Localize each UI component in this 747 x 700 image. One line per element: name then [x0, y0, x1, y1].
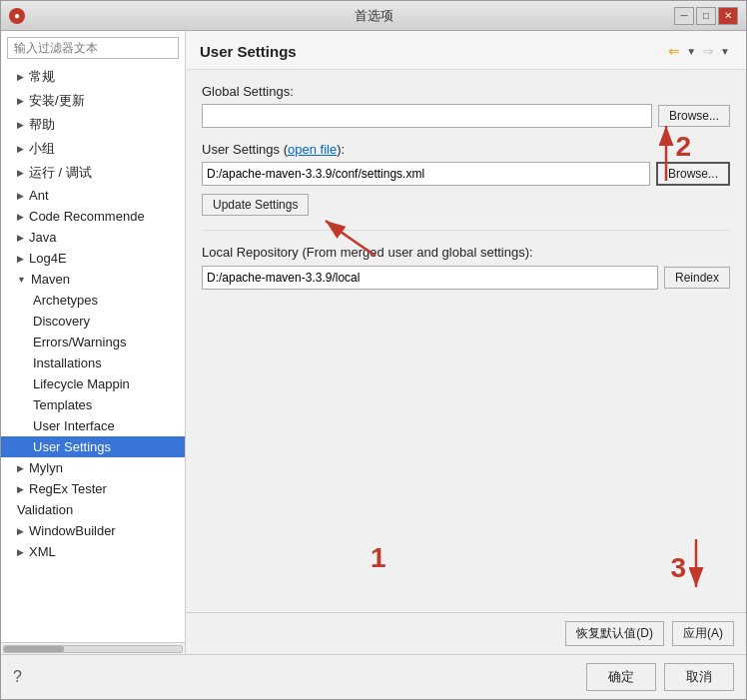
sidebar-item-userinterface[interactable]: User Interface — [1, 415, 185, 436]
sidebar-item-label: Installations — [33, 355, 102, 370]
preferences-window: ● 首选项 ─ □ ✕ ▶ 常规 ▶ 安装/更新 — [0, 0, 747, 700]
reindex-button[interactable]: Reindex — [664, 267, 730, 289]
sidebar-item-usersettings[interactable]: User Settings — [1, 436, 185, 457]
sidebar-item-label: Discovery — [33, 314, 90, 329]
footer-buttons: 确定 取消 — [586, 663, 734, 691]
page-title: User Settings — [200, 43, 297, 60]
sidebar-item-run[interactable]: ▶ 运行 / 调试 — [1, 161, 185, 185]
user-settings-label: User Settings (open file): — [202, 142, 730, 157]
nav-arrows: ⇐ ▼ ⇒ ▼ — [666, 41, 732, 61]
user-browse-button[interactable]: Browse... — [656, 162, 730, 186]
expand-arrow: ▶ — [17, 191, 24, 201]
expand-arrow: ▶ — [17, 120, 24, 130]
sidebar-item-label: XML — [29, 544, 56, 559]
footer-bar: ? 确定 取消 — [1, 654, 746, 699]
titlebar: ● 首选项 ─ □ ✕ — [1, 1, 746, 31]
sidebar-item-windowbuilder[interactable]: ▶ WindowBuilder — [1, 520, 185, 541]
sidebar-item-templates[interactable]: Templates — [1, 394, 185, 415]
content-body: Global Settings: Browse... User Settings… — [186, 70, 746, 612]
global-settings-section: Global Settings: Browse... — [202, 84, 730, 128]
content-header: User Settings ⇐ ▼ ⇒ ▼ — [186, 31, 746, 70]
sidebar-item-label: 常规 — [29, 68, 55, 86]
sidebar-item-help[interactable]: ▶ 帮助 — [1, 113, 185, 137]
global-browse-button[interactable]: Browse... — [658, 105, 730, 127]
expand-arrow: ▶ — [17, 526, 24, 536]
sidebar-item-validation[interactable]: Validation — [1, 499, 185, 520]
forward-dropdown[interactable]: ▼ — [718, 44, 732, 59]
local-repo-label: Local Repository (From merged user and g… — [202, 245, 730, 260]
update-settings-button[interactable]: Update Settings — [202, 194, 309, 216]
apply-button[interactable]: 应用(A) — [672, 621, 734, 646]
forward-button[interactable]: ⇒ — [700, 41, 716, 61]
expand-arrow: ▶ — [17, 72, 24, 82]
sidebar-item-mylyn[interactable]: ▶ Mylyn — [1, 457, 185, 478]
back-dropdown[interactable]: ▼ — [684, 44, 698, 59]
global-settings-label: Global Settings: — [202, 84, 730, 99]
sidebar-item-team[interactable]: ▶ 小组 — [1, 137, 185, 161]
sidebar-item-label: Maven — [31, 272, 70, 287]
back-button[interactable]: ⇐ — [666, 41, 682, 61]
expand-arrow: ▶ — [17, 254, 24, 264]
sidebar-item-general[interactable]: ▶ 常规 — [1, 65, 185, 89]
open-file-link[interactable]: open file — [288, 142, 337, 157]
sidebar-item-label: Java — [29, 230, 56, 245]
sidebar-item-discovery[interactable]: Discovery — [1, 311, 185, 332]
user-settings-label-text: User Settings ( — [202, 142, 288, 157]
user-settings-section: User Settings (open file): Browse... Upd… — [202, 142, 730, 216]
titlebar-buttons: ─ □ ✕ — [674, 7, 738, 25]
sidebar-item-label: User Interface — [33, 418, 115, 433]
maximize-button[interactable]: □ — [696, 7, 716, 25]
cancel-button[interactable]: 取消 — [664, 663, 734, 691]
sidebar-item-label: 安装/更新 — [29, 92, 85, 110]
sidebar-item-label: 帮助 — [29, 116, 55, 134]
expand-arrow: ▶ — [17, 463, 24, 473]
sidebar-item-label: Archetypes — [33, 293, 98, 308]
sidebar-item-label: Code Recommende — [29, 209, 145, 224]
expand-arrow: ▶ — [17, 96, 24, 106]
restore-defaults-button[interactable]: 恢复默认值(D) — [565, 621, 664, 646]
sidebar-item-label: Errors/Warnings — [33, 335, 126, 350]
sidebar-item-installations[interactable]: Installations — [1, 352, 185, 373]
sidebar-item-ant[interactable]: ▶ Ant — [1, 185, 185, 206]
sidebar-item-label: Lifecycle Mappin — [33, 376, 130, 391]
ok-button[interactable]: 确定 — [586, 663, 656, 691]
sidebar-item-label: RegEx Tester — [29, 481, 107, 496]
scrollbar-track — [3, 645, 183, 653]
sidebar-item-archetypes[interactable]: Archetypes — [1, 290, 185, 311]
expand-arrow: ▶ — [17, 484, 24, 494]
divider — [202, 230, 730, 231]
sidebar-item-log4e[interactable]: ▶ Log4E — [1, 248, 185, 269]
close-button[interactable]: ✕ — [718, 7, 738, 25]
horizontal-scrollbar[interactable] — [1, 642, 185, 654]
window-title: 首选项 — [355, 7, 393, 25]
expand-arrow: ▶ — [17, 547, 24, 557]
local-repo-row: Reindex — [202, 266, 730, 290]
sidebar-item-label: Validation — [17, 502, 73, 517]
sidebar-item-maven[interactable]: ▼ Maven — [1, 269, 185, 290]
sidebar-item-label: Log4E — [29, 251, 67, 266]
sidebar-item-label: Templates — [33, 397, 92, 412]
eclipse-icon: ● — [9, 8, 25, 24]
user-settings-input[interactable] — [202, 162, 650, 186]
sidebar-item-label: 运行 / 调试 — [29, 164, 92, 182]
sidebar-item-lifecycle[interactable]: Lifecycle Mappin — [1, 373, 185, 394]
sidebar-item-install[interactable]: ▶ 安装/更新 — [1, 89, 185, 113]
sidebar-item-xml[interactable]: ▶ XML — [1, 541, 185, 562]
global-settings-input[interactable] — [202, 104, 652, 128]
sidebar-item-errors[interactable]: Errors/Warnings — [1, 332, 185, 352]
user-settings-row: Browse... — [202, 162, 730, 186]
local-repo-input[interactable] — [202, 266, 658, 290]
sidebar-item-label: User Settings — [33, 439, 111, 454]
scrollbar-thumb[interactable] — [4, 646, 64, 652]
sidebar-item-label: 小组 — [29, 140, 55, 158]
expand-arrow: ▼ — [17, 275, 26, 285]
help-icon[interactable]: ? — [13, 668, 22, 686]
minimize-button[interactable]: ─ — [674, 7, 694, 25]
sidebar-item-regex[interactable]: ▶ RegEx Tester — [1, 478, 185, 499]
global-settings-row: Browse... — [202, 104, 730, 128]
main-area: ▶ 常规 ▶ 安装/更新 ▶ 帮助 ▶ 小组 ▶ 运行 / 调试 — [1, 31, 746, 654]
sidebar-item-java[interactable]: ▶ Java — [1, 227, 185, 248]
filter-input[interactable] — [7, 37, 179, 59]
sidebar-item-label: Mylyn — [29, 460, 63, 475]
sidebar-item-code[interactable]: ▶ Code Recommende — [1, 206, 185, 227]
